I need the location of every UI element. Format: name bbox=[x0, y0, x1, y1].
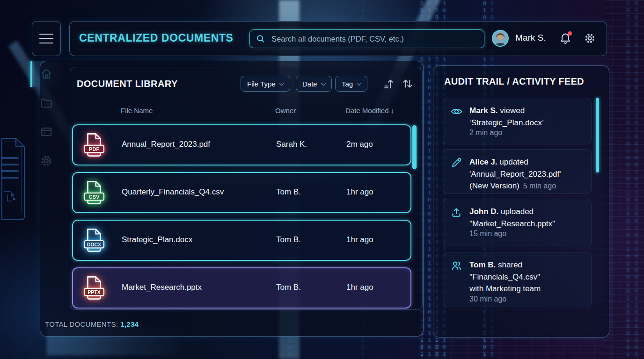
settings-button[interactable] bbox=[583, 32, 597, 46]
section-title: AUDIT TRAIL / ACTIVITY FEED bbox=[444, 76, 584, 87]
activity-text: Mark S. viewed ‘Strategic_Plan.docx’ bbox=[469, 105, 585, 129]
file-name: Strategic_Plan.docx bbox=[122, 235, 192, 244]
file-owner: Tom B. bbox=[276, 235, 301, 244]
svg-text:PDF: PDF bbox=[89, 146, 100, 152]
binary-column: 0100110110100101101001001011010010110100… bbox=[635, 0, 638, 359]
document-library-panel: DOCUMENT LIBRARY File Type Date Tag bbox=[40, 61, 424, 337]
binary-column: 1011010010110100101101001011010010110100… bbox=[626, 0, 629, 359]
sort-direction-arrow: ↓ bbox=[391, 107, 395, 115]
page-title: CENTRALIZED DOCUMENTS bbox=[79, 32, 233, 44]
sort-ascending-icon bbox=[383, 78, 395, 90]
activity-item-uploaded[interactable]: John D. uploaded "Market_Research.pptx" … bbox=[443, 199, 592, 247]
sort-updown-button[interactable] bbox=[402, 78, 414, 90]
document-library: DOCUMENT LIBRARY File Type Date Tag bbox=[70, 67, 423, 310]
total-documents-value: 1,234 bbox=[120, 320, 139, 328]
file-name: Annual_Report_2023.pdf bbox=[122, 140, 210, 149]
avatar[interactable] bbox=[492, 30, 509, 47]
activity-timestamp: 5 min ago bbox=[523, 182, 556, 190]
column-header-file-name[interactable]: File Name bbox=[121, 107, 153, 115]
filter-label: File Type bbox=[247, 80, 276, 88]
menu-button[interactable] bbox=[32, 21, 61, 56]
file-row-docx[interactable]: DOCX Strategic_Plan.docx Tom B. 1hr ago bbox=[72, 220, 411, 261]
file-owner: Tom B. bbox=[276, 283, 301, 292]
section-title: DOCUMENT LIBRARY bbox=[77, 79, 178, 89]
activity-text: Alice J. updated 'Annual_Report_2023.pdf… bbox=[469, 156, 585, 192]
file-modified: 2m ago bbox=[346, 140, 373, 149]
user-name: Mark S. bbox=[515, 33, 546, 43]
search-input[interactable] bbox=[271, 34, 478, 44]
column-label: Date Modified bbox=[345, 107, 389, 115]
pencil-icon bbox=[450, 157, 462, 169]
filter-label: Tag bbox=[342, 80, 353, 88]
total-documents: TOTAL DOCUMENTS:1,234 bbox=[45, 320, 139, 328]
svg-text:PPTX: PPTX bbox=[88, 290, 100, 295]
filter-tag[interactable]: Tag bbox=[335, 76, 367, 92]
activity-timestamp: 30 min ago bbox=[469, 295, 585, 303]
header-bar: CENTRALIZED DOCUMENTS Mark S. bbox=[69, 21, 607, 56]
gear-icon bbox=[583, 32, 596, 45]
search-bar[interactable] bbox=[249, 29, 484, 48]
notification-dot bbox=[568, 31, 572, 36]
svg-text:CSV: CSV bbox=[88, 194, 100, 200]
filter-date[interactable]: Date bbox=[296, 76, 332, 92]
notifications-button[interactable] bbox=[559, 32, 573, 46]
library-scrollbar[interactable] bbox=[412, 125, 417, 169]
activity-item-viewed[interactable]: Mark S. viewed ‘Strategic_Plan.docx’ 2 m… bbox=[443, 98, 592, 144]
eye-icon bbox=[450, 105, 463, 118]
csv-file-icon: CSV bbox=[80, 179, 108, 206]
filter-file-type[interactable]: File Type bbox=[241, 76, 290, 92]
sort-ascending-button[interactable] bbox=[383, 78, 395, 90]
hamburger-icon bbox=[39, 43, 53, 44]
hamburger-icon bbox=[39, 38, 53, 39]
pptx-file-icon: PPTX bbox=[80, 274, 108, 302]
file-row-csv[interactable]: CSV Quarterly_Financials_Q4.csv Tom B. 1… bbox=[72, 172, 411, 213]
activity-item-shared[interactable]: Tom B. shared "Financials_Q4.csv" with M… bbox=[443, 252, 592, 307]
file-owner: Sarah K. bbox=[276, 140, 307, 149]
svg-text:DOCX: DOCX bbox=[87, 242, 101, 247]
activity-text: John D. uploaded "Market_Research.pptx" bbox=[469, 206, 585, 230]
column-header-date-modified[interactable]: Date Modified ↓ bbox=[345, 107, 394, 115]
chevron-down-icon bbox=[357, 80, 362, 86]
file-row-pdf[interactable]: PDF Annual_Report_2023.pdf Sarah K. 2m a… bbox=[72, 124, 411, 165]
audit-scrollbar[interactable] bbox=[596, 98, 599, 172]
document-wireframe-art bbox=[0, 130, 29, 228]
users-icon bbox=[450, 259, 463, 272]
file-name: Market_Research.pptx bbox=[122, 283, 202, 292]
hamburger-icon bbox=[39, 34, 53, 35]
server-rack-texture bbox=[604, 0, 644, 359]
search-icon bbox=[256, 34, 266, 44]
app-root: 1011010010110100101101001011010010110100… bbox=[0, 0, 644, 359]
filter-label: Date bbox=[302, 80, 317, 88]
file-owner: Tom B. bbox=[276, 187, 301, 197]
activity-text: Tom B. shared "Financials_Q4.csv" with M… bbox=[469, 259, 585, 295]
chevron-down-icon bbox=[321, 80, 326, 86]
total-documents-label: TOTAL DOCUMENTS: bbox=[45, 320, 118, 328]
activity-item-updated[interactable]: Alice J. updated 'Annual_Report_2023.pdf… bbox=[443, 149, 592, 194]
activity-timestamp: 15 min ago bbox=[469, 230, 585, 238]
column-header-owner[interactable]: Owner bbox=[275, 107, 296, 115]
file-modified: 1hr ago bbox=[346, 283, 373, 292]
docx-file-icon: DOCX bbox=[80, 227, 108, 254]
audit-trail-panel: AUDIT TRAIL / ACTIVITY FEED Mark S. view… bbox=[433, 65, 609, 337]
activity-timestamp: 2 min ago bbox=[469, 129, 585, 137]
pdf-file-icon: PDF bbox=[80, 131, 108, 158]
upload-icon bbox=[450, 206, 462, 218]
file-row-pptx[interactable]: PPTX Market_Research.pptx Tom B. 1hr ago bbox=[72, 267, 411, 309]
file-modified: 1hr ago bbox=[346, 187, 373, 197]
file-modified: 1hr ago bbox=[346, 235, 373, 244]
file-name: Quarterly_Financials_Q4.csv bbox=[122, 187, 224, 197]
chevron-down-icon bbox=[279, 80, 284, 86]
sort-updown-icon bbox=[402, 78, 414, 90]
